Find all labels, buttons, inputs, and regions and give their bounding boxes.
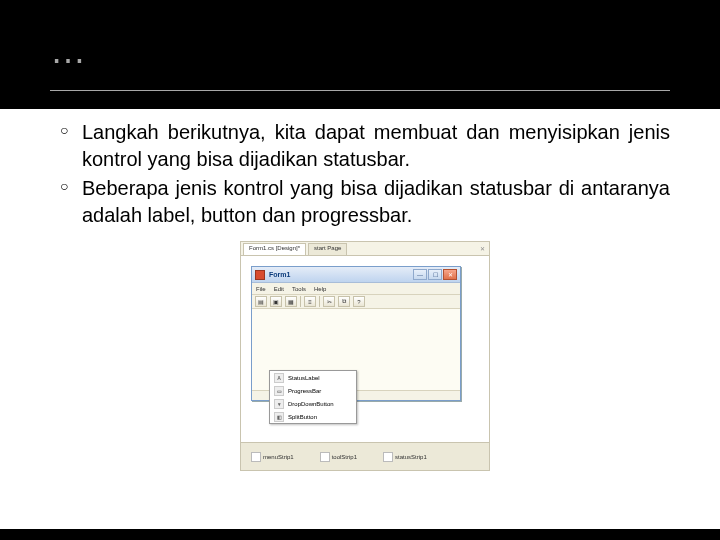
tool-print-button[interactable]: ≡ bbox=[304, 296, 316, 307]
component-icon bbox=[251, 452, 261, 462]
menu-item-label: SplitButton bbox=[288, 414, 317, 420]
menu-item-progressbar[interactable]: ▭ ProgressBar bbox=[270, 384, 356, 397]
tray-label: statusStrip1 bbox=[395, 454, 427, 460]
tray-label: toolStrip1 bbox=[332, 454, 357, 460]
dropdown-icon: ▾ bbox=[274, 399, 284, 409]
menu-tools[interactable]: Tools bbox=[292, 286, 306, 292]
design-surface: Form1 — ☐ ✕ File Edit Tools Help bbox=[241, 256, 489, 442]
component-tray: menuStrip1 toolStrip1 statusStrip1 bbox=[241, 442, 489, 470]
minimize-button[interactable]: — bbox=[413, 269, 427, 280]
tool-open-button[interactable]: ▣ bbox=[270, 296, 282, 307]
tab-form-design[interactable]: Form1.cs [Design]* bbox=[243, 243, 306, 255]
close-button[interactable]: ✕ bbox=[443, 269, 457, 280]
tray-label: menuStrip1 bbox=[263, 454, 294, 460]
save-icon: ▦ bbox=[288, 298, 294, 305]
menu-item-dropdownbutton[interactable]: ▾ DropDownButton bbox=[270, 397, 356, 410]
print-icon: ≡ bbox=[308, 299, 312, 305]
copy-icon: ⧉ bbox=[342, 298, 346, 305]
tool-cut-button[interactable]: ✂ bbox=[323, 296, 335, 307]
menu-item-statuslabel[interactable]: A StatusLabel bbox=[270, 371, 356, 384]
bullet-list: Langkah berikutnya, kita dapat membuat d… bbox=[60, 119, 670, 229]
progressbar-icon: ▭ bbox=[274, 386, 284, 396]
help-icon: ? bbox=[357, 299, 360, 305]
label-icon: A bbox=[274, 373, 284, 383]
bullet-item: Beberapa jenis kontrol yang bisa dijadik… bbox=[60, 175, 670, 229]
menu-help[interactable]: Help bbox=[314, 286, 326, 292]
component-icon bbox=[383, 452, 393, 462]
form-icon bbox=[255, 270, 265, 280]
file-icon: ▤ bbox=[258, 298, 264, 305]
tool-save-button[interactable]: ▦ bbox=[285, 296, 297, 307]
toolstrip: ▤ ▣ ▦ ≡ ✂ ⧉ ? bbox=[252, 295, 460, 309]
tray-statusstrip[interactable]: statusStrip1 bbox=[383, 452, 427, 462]
folder-icon: ▣ bbox=[273, 298, 279, 305]
menu-item-label: ProgressBar bbox=[288, 388, 321, 394]
tool-copy-button[interactable]: ⧉ bbox=[338, 296, 350, 307]
slide-title: … bbox=[50, 30, 670, 72]
menu-item-label: DropDownButton bbox=[288, 401, 334, 407]
slide-body: Langkah berikutnya, kita dapat membuat d… bbox=[0, 109, 720, 529]
tab-start-page[interactable]: start Page bbox=[308, 243, 347, 255]
ide-tabstrip: Form1.cs [Design]* start Page ✕ bbox=[241, 242, 489, 256]
form-titlebar: Form1 — ☐ ✕ bbox=[252, 267, 460, 283]
cut-icon: ✂ bbox=[327, 298, 332, 305]
component-icon bbox=[320, 452, 330, 462]
separator bbox=[319, 296, 320, 307]
menu-file[interactable]: File bbox=[256, 286, 266, 292]
menu-edit[interactable]: Edit bbox=[274, 286, 284, 292]
divider bbox=[50, 90, 670, 91]
tool-help-button[interactable]: ? bbox=[353, 296, 365, 307]
tray-toolstrip[interactable]: toolStrip1 bbox=[320, 452, 357, 462]
separator bbox=[300, 296, 301, 307]
menu-item-splitbutton[interactable]: ◧ SplitButton bbox=[270, 410, 356, 423]
context-menu: A StatusLabel ▭ ProgressBar ▾ DropDownBu… bbox=[269, 370, 357, 424]
maximize-button[interactable]: ☐ bbox=[428, 269, 442, 280]
menu-item-label: StatusLabel bbox=[288, 375, 320, 381]
bullet-item: Langkah berikutnya, kita dapat membuat d… bbox=[60, 119, 670, 173]
form-title: Form1 bbox=[269, 271, 290, 278]
close-icon[interactable]: ✕ bbox=[477, 243, 487, 253]
splitbutton-icon: ◧ bbox=[274, 412, 284, 422]
tool-new-button[interactable]: ▤ bbox=[255, 296, 267, 307]
menustrip: File Edit Tools Help bbox=[252, 283, 460, 295]
ide-screenshot: Form1.cs [Design]* start Page ✕ Form1 — … bbox=[240, 241, 490, 471]
tray-menustrip[interactable]: menuStrip1 bbox=[251, 452, 294, 462]
